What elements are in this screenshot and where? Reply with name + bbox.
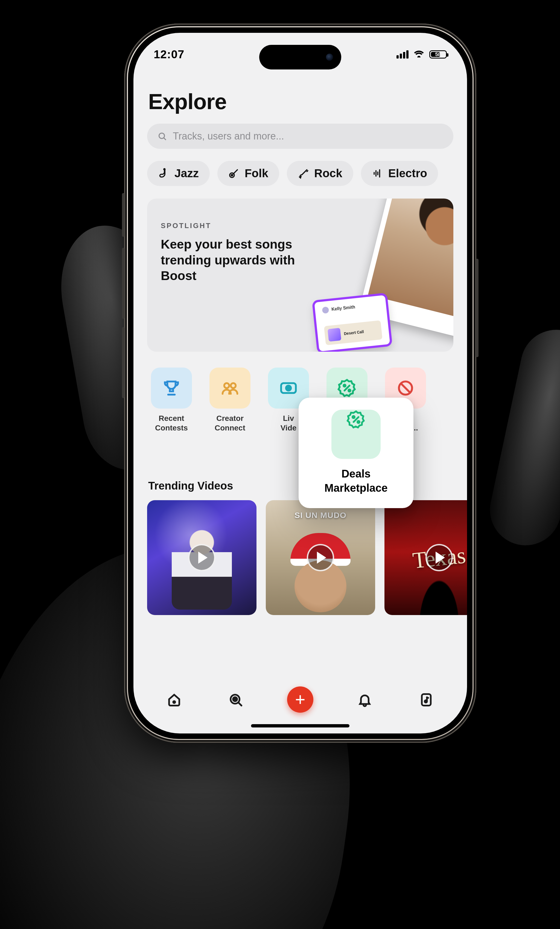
genre-chip-jazz[interactable]: Jazz (147, 161, 210, 186)
dynamic-island[interactable] (259, 45, 341, 69)
tile-recent-contests[interactable]: Recent Contests (148, 368, 195, 432)
spotlight-art: Kelly Smith Desert Call (306, 199, 453, 352)
volume-up-button[interactable] (122, 248, 125, 319)
nav-notifications[interactable] (355, 690, 375, 710)
svg-rect-15 (173, 701, 175, 703)
search-icon (158, 132, 167, 141)
home-indicator[interactable] (251, 724, 349, 727)
spotlight-card[interactable]: SPOTLIGHT Keep your best songs trending … (147, 199, 453, 352)
status-time: 12:07 (154, 48, 184, 61)
badge-percent-icon (346, 410, 366, 429)
chip-label: Jazz (174, 167, 199, 180)
search-placeholder: Tracks, users and more... (173, 130, 284, 142)
bell-icon (357, 692, 372, 707)
svg-point-11 (348, 389, 350, 391)
play-icon (188, 544, 216, 571)
tile-creator-connect[interactable]: Creator Connect (207, 368, 253, 432)
power-button[interactable] (476, 259, 479, 357)
play-icon (307, 544, 334, 571)
trending-row[interactable]: SI UN MUDO Texas (133, 500, 467, 615)
nav-search[interactable] (226, 690, 246, 710)
svg-point-6 (231, 383, 236, 388)
page-title: Explore (133, 74, 467, 124)
deals-marketplace-popover[interactable]: Deals Marketplace (298, 398, 413, 508)
spotlight-feed-mock: Kelly Smith Desert Call (314, 295, 390, 351)
camera-eye-icon (278, 378, 298, 398)
sax-icon (158, 168, 169, 179)
svg-line-18 (239, 702, 242, 705)
cellular-icon (396, 50, 409, 58)
chip-label: Folk (245, 167, 268, 180)
screen: 12:07 58 Explore Tracks, users and more.… (133, 33, 467, 733)
svg-point-9 (288, 387, 289, 389)
tile-label: Recent Contests (148, 414, 195, 432)
eq-icon (372, 168, 383, 179)
volume-down-button[interactable] (122, 327, 125, 398)
trophy-icon (162, 378, 181, 398)
people-icon (220, 378, 240, 398)
phone-frame: 12:07 58 Explore Tracks, users and more.… (124, 23, 476, 743)
wifi-icon (413, 50, 424, 58)
nav-home[interactable] (164, 690, 184, 710)
svg-point-2 (164, 169, 165, 170)
no-entry-icon (396, 378, 415, 398)
genre-chip-electro[interactable]: Electro (361, 161, 438, 186)
music-file-icon (419, 692, 434, 707)
spotlight-eyebrow: SPOTLIGHT (161, 222, 315, 230)
genre-chip-row[interactable]: Jazz Folk Rock Electro (133, 149, 467, 186)
genre-chip-folk[interactable]: Folk (217, 161, 279, 186)
home-icon (167, 692, 182, 707)
svg-point-4 (231, 175, 233, 176)
feed-user: Kelly Smith (331, 305, 355, 312)
chip-label: Electro (388, 167, 427, 180)
guitar-icon (228, 168, 239, 179)
svg-point-10 (343, 385, 345, 386)
search-bold-icon (228, 692, 243, 707)
eguitar-icon (298, 168, 309, 179)
status-icons: 58 (396, 50, 447, 58)
video-overlay-text: SI UN MUDO (266, 510, 375, 520)
tile-label: Creator Connect (207, 414, 253, 432)
svg-point-17 (233, 697, 237, 701)
deals-popover-title: Deals Marketplace (308, 466, 404, 495)
svg-point-5 (224, 383, 229, 388)
nav-library[interactable] (416, 690, 436, 710)
battery-percent: 58 (430, 51, 446, 58)
spotlight-title: Keep your best songs trending upwards wi… (161, 236, 303, 284)
search-input[interactable]: Tracks, users and more... (147, 124, 453, 149)
badge-percent-icon (337, 378, 357, 398)
explore-page: Explore Tracks, users and more... Jazz F… (133, 33, 467, 733)
svg-point-20 (425, 701, 427, 702)
chip-label: Rock (314, 167, 342, 180)
nav-create-button[interactable] (287, 687, 314, 713)
svg-point-13 (352, 416, 355, 418)
svg-point-14 (357, 421, 360, 423)
video-card[interactable]: Texas (384, 500, 467, 615)
genre-chip-rock[interactable]: Rock (287, 161, 353, 186)
video-card[interactable]: SI UN MUDO (266, 500, 375, 615)
svg-line-1 (164, 138, 166, 140)
battery-icon: 58 (429, 50, 447, 58)
video-card[interactable] (147, 500, 257, 615)
feed-track: Desert Call (344, 330, 364, 336)
play-icon (425, 544, 453, 571)
mute-switch[interactable] (122, 193, 125, 237)
